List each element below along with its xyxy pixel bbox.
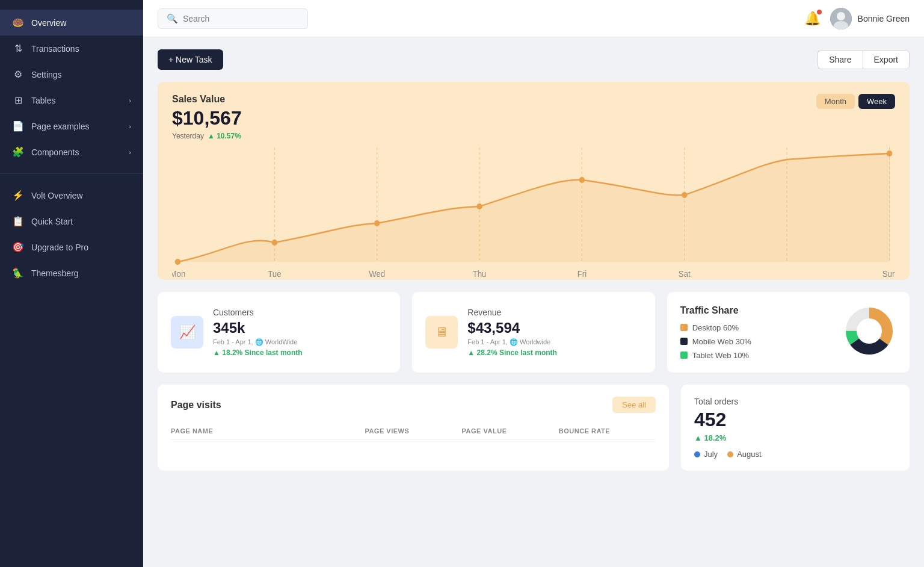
content-area: + New Task Share Export Sales Value $10,…: [143, 37, 924, 567]
sidebar-item-transactions[interactable]: ⇅ Transactions: [0, 36, 143, 61]
svg-point-28: [857, 319, 881, 343]
traffic-share-card: Traffic Share Desktop 60% Mobile Web 30%: [667, 292, 910, 373]
notification-button[interactable]: 🔔: [804, 11, 821, 26]
customers-card: 📈 Customers 345k Feb 1 - Apr 1, 🌐 WorldW…: [158, 292, 400, 373]
tables-icon: ⊞: [12, 94, 24, 106]
period-buttons: Month Week: [816, 94, 895, 109]
sidebar-item-label: Overview: [31, 18, 66, 28]
sidebar-item-page-examples[interactable]: 📄 Page examples ›: [0, 113, 143, 139]
total-orders-card: Total orders 452 ▲ 18.2% July August: [681, 385, 910, 471]
user-name: Bonnie Green: [858, 14, 910, 23]
customers-value: 345k: [213, 320, 387, 336]
customers-change: ▲ 18.2% Since last month: [213, 349, 387, 357]
bolt-icon: ⚡: [12, 190, 24, 201]
svg-text:Thu: Thu: [473, 270, 487, 279]
toolbar: + New Task Share Export: [158, 49, 910, 70]
mobile-dot: [680, 338, 688, 345]
chevron-right-icon-2: ›: [129, 123, 131, 130]
august-label: August: [737, 450, 761, 459]
orders-change: ▲ 18.2%: [694, 433, 896, 442]
page-visits-title: Page visits: [171, 400, 221, 411]
chart-icon: 📈: [179, 324, 196, 340]
line-chart: Mon Tue Wed Thu Fri Sat Sun: [172, 147, 895, 280]
sidebar-item-label: Components: [31, 147, 79, 157]
toolbar-right: Share Export: [818, 50, 910, 69]
stats-row: 📈 Customers 345k Feb 1 - Apr 1, 🌐 WorldW…: [158, 292, 910, 373]
sidebar-item-components[interactable]: 🧩 Components ›: [0, 139, 143, 165]
sales-chart-card: Sales Value $10,567 Yesterday ▲ 10.57% M…: [158, 82, 910, 280]
table-header: PAGE NAME PAGE VIEWS PAGE VALUE BOUNCE R…: [171, 423, 656, 440]
sidebar-item-settings[interactable]: ⚙ Settings: [0, 61, 143, 87]
mobile-label: Mobile Web 30%: [692, 337, 751, 346]
sidebar-item-tables[interactable]: ⊞ Tables ›: [0, 87, 143, 113]
traffic-legend: Desktop 60% Mobile Web 30% Tablet Web 10…: [680, 323, 830, 360]
traffic-info: Traffic Share Desktop 60% Mobile Web 30%: [680, 305, 830, 360]
desktop-dot: [680, 324, 688, 331]
notification-dot: [817, 10, 822, 14]
user-info[interactable]: Bonnie Green: [830, 8, 910, 29]
svg-text:Tue: Tue: [268, 270, 281, 279]
overview-icon: 🍩: [12, 17, 24, 28]
orders-value: 452: [694, 409, 896, 431]
revenue-label: Revenue: [467, 308, 641, 317]
share-button[interactable]: Share: [818, 50, 862, 69]
sidebar-item-upgrade[interactable]: 🎯 Upgrade to Pro: [0, 234, 143, 260]
revenue-icon-box: 🖥: [425, 316, 458, 349]
traffic-title: Traffic Share: [680, 305, 830, 316]
sidebar-item-label: Settings: [31, 70, 62, 79]
new-task-button[interactable]: + New Task: [158, 49, 223, 70]
customers-label: Customers: [213, 308, 387, 317]
transactions-icon: ⇅: [12, 43, 24, 54]
customers-info: Customers 345k Feb 1 - Apr 1, 🌐 WorldWid…: [213, 308, 387, 357]
svg-point-14: [579, 177, 585, 183]
svg-text:Sat: Sat: [679, 270, 691, 279]
quick-start-icon: 📋: [12, 215, 24, 227]
see-all-button[interactable]: See all: [612, 397, 656, 413]
export-button[interactable]: Export: [863, 50, 910, 69]
sidebar-item-label: Quick Start: [31, 217, 73, 226]
tablet-label: Tablet Web 10%: [692, 351, 749, 360]
sidebar-item-label: Tables: [31, 96, 55, 105]
revenue-change: ▲ 28.2% Since last month: [467, 349, 641, 357]
donut-chart: [842, 304, 896, 361]
sidebar-item-quick-start[interactable]: 📋 Quick Start: [0, 208, 143, 234]
svg-text:Mon: Mon: [172, 270, 185, 279]
col-page-views: PAGE VIEWS: [365, 427, 461, 435]
sidebar-item-label: Themesberg: [31, 268, 79, 278]
sidebar-item-label: Volt Overview: [31, 191, 83, 200]
sales-value: $10,567: [172, 107, 895, 129]
components-icon: 🧩: [12, 146, 24, 158]
col-page-value: PAGE VALUE: [462, 427, 559, 435]
card-header: Page visits See all: [171, 397, 656, 413]
search-box[interactable]: 🔍: [158, 8, 308, 29]
august-dot: [727, 451, 733, 457]
sidebar-item-overview[interactable]: 🍩 Overview: [0, 10, 143, 36]
search-input[interactable]: [183, 14, 299, 23]
settings-icon: ⚙: [12, 69, 24, 80]
avatar: [830, 8, 852, 29]
bottom-row: Page visits See all PAGE NAME PAGE VIEWS…: [158, 385, 910, 471]
svg-text:Wed: Wed: [369, 270, 385, 279]
svg-point-1: [837, 12, 845, 20]
legend-august: August: [727, 450, 761, 459]
svg-point-13: [476, 203, 482, 209]
sidebar-item-label: Page examples: [31, 122, 90, 131]
legend-item-mobile: Mobile Web 30%: [680, 337, 830, 346]
week-button[interactable]: Week: [858, 94, 895, 109]
period-label: Yesterday: [172, 132, 204, 140]
sidebar-item-themesberg[interactable]: 🦜 Themesberg: [0, 260, 143, 286]
themesberg-icon: 🦜: [12, 267, 24, 279]
col-page-name: PAGE NAME: [171, 427, 365, 435]
chevron-right-icon: ›: [129, 97, 131, 104]
revenue-icon: 🖥: [435, 324, 448, 340]
sidebar-item-volt-overview[interactable]: ⚡ Volt Overview: [0, 182, 143, 208]
header-right: 🔔 Bonnie Green: [804, 8, 910, 29]
svg-point-11: [272, 240, 277, 246]
july-label: July: [704, 450, 718, 459]
legend-item-desktop: Desktop 60%: [680, 323, 830, 332]
svg-point-16: [887, 150, 892, 156]
customers-meta: Feb 1 - Apr 1, 🌐 WorldWide: [213, 338, 387, 346]
month-button[interactable]: Month: [816, 94, 855, 109]
page-examples-icon: 📄: [12, 120, 24, 132]
upgrade-icon: 🎯: [12, 241, 24, 253]
